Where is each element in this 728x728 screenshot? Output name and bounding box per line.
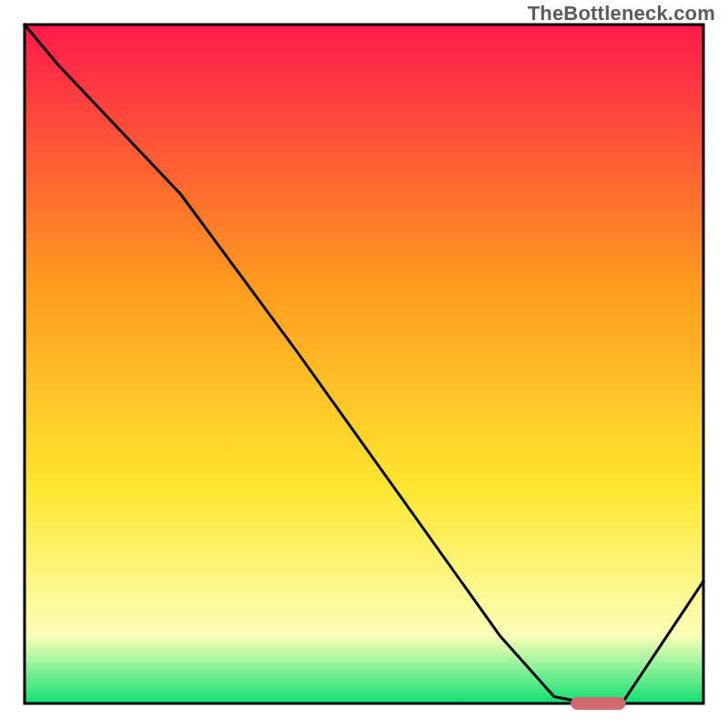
plot-background <box>25 25 703 703</box>
bottleneck-chart <box>0 0 728 728</box>
chart-container: TheBottleneck.com <box>0 0 728 728</box>
optimum-marker <box>571 698 626 710</box>
